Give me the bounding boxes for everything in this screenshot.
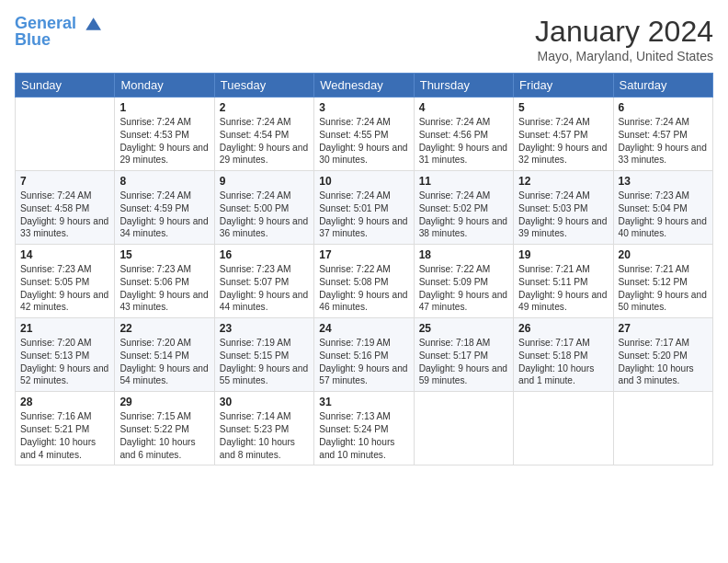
calendar-cell: 22Sunrise: 7:20 AMSunset: 5:14 PMDayligh…	[115, 318, 214, 392]
col-header-monday: Monday	[115, 74, 214, 98]
page-header: General Blue January 2024 Mayo, Maryland…	[15, 15, 713, 63]
calendar-cell: 29Sunrise: 7:15 AMSunset: 5:22 PMDayligh…	[115, 392, 214, 465]
logo: General Blue	[15, 15, 101, 50]
cell-details: Sunrise: 7:18 AMSunset: 5:17 PMDaylight:…	[419, 337, 508, 387]
calendar-cell: 4Sunrise: 7:24 AMSunset: 4:56 PMDaylight…	[414, 98, 513, 171]
page-container: General Blue January 2024 Mayo, Maryland…	[0, 0, 728, 475]
day-number: 14	[20, 248, 109, 261]
day-number: 23	[220, 322, 309, 335]
day-number: 29	[119, 396, 209, 408]
day-number: 26	[518, 322, 608, 335]
week-row-1: 1Sunrise: 7:24 AMSunset: 4:53 PMDaylight…	[16, 98, 713, 171]
calendar-cell: 31Sunrise: 7:13 AMSunset: 5:24 PMDayligh…	[314, 392, 414, 465]
col-header-friday: Friday	[514, 74, 613, 98]
calendar-cell: 5Sunrise: 7:24 AMSunset: 4:57 PMDaylight…	[514, 98, 613, 171]
calendar-cell: 10Sunrise: 7:24 AMSunset: 5:01 PMDayligh…	[314, 171, 414, 245]
calendar-header-row: SundayMondayTuesdayWednesdayThursdayFrid…	[16, 74, 713, 98]
calendar-cell: 30Sunrise: 7:14 AMSunset: 5:23 PMDayligh…	[214, 392, 313, 465]
cell-details: Sunrise: 7:24 AMSunset: 5:03 PMDaylight:…	[518, 190, 608, 240]
calendar-table: SundayMondayTuesdayWednesdayThursdayFrid…	[15, 73, 713, 465]
calendar-cell: 1Sunrise: 7:24 AMSunset: 4:53 PMDaylight…	[115, 98, 214, 171]
cell-details: Sunrise: 7:24 AMSunset: 4:59 PMDaylight:…	[119, 190, 209, 240]
calendar-cell: 24Sunrise: 7:19 AMSunset: 5:16 PMDayligh…	[314, 318, 414, 392]
cell-details: Sunrise: 7:24 AMSunset: 5:02 PMDaylight:…	[419, 190, 508, 240]
cell-details: Sunrise: 7:13 AMSunset: 5:24 PMDaylight:…	[319, 410, 408, 461]
cell-details: Sunrise: 7:24 AMSunset: 4:58 PMDaylight:…	[20, 190, 109, 240]
day-number: 31	[319, 396, 408, 408]
day-number: 20	[619, 248, 708, 261]
cell-details: Sunrise: 7:24 AMSunset: 5:01 PMDaylight:…	[319, 190, 408, 240]
calendar-cell: 19Sunrise: 7:21 AMSunset: 5:11 PMDayligh…	[514, 245, 613, 318]
calendar-cell: 3Sunrise: 7:24 AMSunset: 4:55 PMDaylight…	[314, 98, 414, 171]
day-number: 9	[220, 175, 309, 188]
cell-details: Sunrise: 7:15 AMSunset: 5:22 PMDaylight:…	[119, 410, 209, 461]
calendar-cell: 27Sunrise: 7:17 AMSunset: 5:20 PMDayligh…	[613, 318, 712, 392]
calendar-cell: 17Sunrise: 7:22 AMSunset: 5:08 PMDayligh…	[314, 245, 414, 318]
cell-details: Sunrise: 7:23 AMSunset: 5:07 PMDaylight:…	[220, 263, 309, 314]
col-header-tuesday: Tuesday	[214, 74, 313, 98]
day-number: 1	[119, 101, 209, 114]
cell-details: Sunrise: 7:20 AMSunset: 5:14 PMDaylight:…	[119, 337, 209, 387]
cell-details: Sunrise: 7:24 AMSunset: 5:00 PMDaylight:…	[220, 190, 309, 240]
title-block: January 2024 Mayo, Maryland, United Stat…	[535, 15, 713, 63]
col-header-wednesday: Wednesday	[314, 74, 414, 98]
calendar-cell: 16Sunrise: 7:23 AMSunset: 5:07 PMDayligh…	[214, 245, 313, 318]
cell-details: Sunrise: 7:24 AMSunset: 4:54 PMDaylight:…	[220, 116, 309, 167]
calendar-cell: 9Sunrise: 7:24 AMSunset: 5:00 PMDaylight…	[214, 171, 313, 245]
week-row-2: 7Sunrise: 7:24 AMSunset: 4:58 PMDaylight…	[16, 171, 713, 245]
cell-details: Sunrise: 7:24 AMSunset: 4:55 PMDaylight:…	[319, 116, 408, 167]
day-number: 19	[518, 248, 608, 261]
day-number: 7	[20, 175, 109, 188]
logo-blue: Blue	[15, 30, 101, 50]
day-number: 6	[619, 101, 708, 114]
day-number: 2	[220, 101, 309, 114]
calendar-cell: 6Sunrise: 7:24 AMSunset: 4:57 PMDaylight…	[613, 98, 712, 171]
calendar-cell: 26Sunrise: 7:17 AMSunset: 5:18 PMDayligh…	[514, 318, 613, 392]
day-number: 5	[518, 101, 608, 114]
day-number: 15	[119, 248, 209, 261]
cell-details: Sunrise: 7:22 AMSunset: 5:09 PMDaylight:…	[419, 263, 508, 314]
month-title: January 2024	[535, 15, 713, 49]
cell-details: Sunrise: 7:20 AMSunset: 5:13 PMDaylight:…	[20, 337, 109, 387]
calendar-cell: 18Sunrise: 7:22 AMSunset: 5:09 PMDayligh…	[414, 245, 513, 318]
calendar-cell: 25Sunrise: 7:18 AMSunset: 5:17 PMDayligh…	[414, 318, 513, 392]
day-number: 12	[518, 175, 608, 188]
day-number: 21	[20, 322, 109, 335]
cell-details: Sunrise: 7:17 AMSunset: 5:20 PMDaylight:…	[619, 337, 708, 387]
calendar-cell: 11Sunrise: 7:24 AMSunset: 5:02 PMDayligh…	[414, 171, 513, 245]
cell-details: Sunrise: 7:23 AMSunset: 5:05 PMDaylight:…	[20, 263, 109, 314]
location-subtitle: Mayo, Maryland, United States	[535, 49, 713, 63]
day-number: 13	[619, 175, 708, 188]
calendar-cell: 8Sunrise: 7:24 AMSunset: 4:59 PMDaylight…	[115, 171, 214, 245]
cell-details: Sunrise: 7:21 AMSunset: 5:12 PMDaylight:…	[619, 263, 708, 314]
cell-details: Sunrise: 7:19 AMSunset: 5:15 PMDaylight:…	[220, 337, 309, 387]
calendar-cell: 2Sunrise: 7:24 AMSunset: 4:54 PMDaylight…	[214, 98, 313, 171]
col-header-saturday: Saturday	[613, 74, 712, 98]
day-number: 28	[20, 396, 109, 408]
cell-details: Sunrise: 7:23 AMSunset: 5:04 PMDaylight:…	[619, 190, 708, 240]
day-number: 27	[619, 322, 708, 335]
day-number: 18	[419, 248, 508, 261]
cell-details: Sunrise: 7:21 AMSunset: 5:11 PMDaylight:…	[518, 263, 608, 314]
calendar-cell	[613, 392, 712, 465]
calendar-cell	[414, 392, 513, 465]
day-number: 11	[419, 175, 508, 188]
day-number: 10	[319, 175, 408, 188]
cell-details: Sunrise: 7:24 AMSunset: 4:56 PMDaylight:…	[419, 116, 508, 167]
calendar-cell: 13Sunrise: 7:23 AMSunset: 5:04 PMDayligh…	[613, 171, 712, 245]
day-number: 17	[319, 248, 408, 261]
day-number: 4	[419, 101, 508, 114]
cell-details: Sunrise: 7:22 AMSunset: 5:08 PMDaylight:…	[319, 263, 408, 314]
cell-details: Sunrise: 7:17 AMSunset: 5:18 PMDaylight:…	[518, 337, 608, 387]
cell-details: Sunrise: 7:16 AMSunset: 5:21 PMDaylight:…	[20, 410, 109, 461]
day-number: 30	[220, 396, 309, 408]
calendar-cell: 21Sunrise: 7:20 AMSunset: 5:13 PMDayligh…	[16, 318, 115, 392]
col-header-sunday: Sunday	[16, 74, 115, 98]
calendar-cell: 12Sunrise: 7:24 AMSunset: 5:03 PMDayligh…	[514, 171, 613, 245]
calendar-cell	[16, 98, 115, 171]
week-row-5: 28Sunrise: 7:16 AMSunset: 5:21 PMDayligh…	[16, 392, 713, 465]
cell-details: Sunrise: 7:19 AMSunset: 5:16 PMDaylight:…	[319, 337, 408, 387]
svg-marker-0	[85, 18, 101, 30]
calendar-cell: 23Sunrise: 7:19 AMSunset: 5:15 PMDayligh…	[214, 318, 313, 392]
calendar-cell: 28Sunrise: 7:16 AMSunset: 5:21 PMDayligh…	[16, 392, 115, 465]
